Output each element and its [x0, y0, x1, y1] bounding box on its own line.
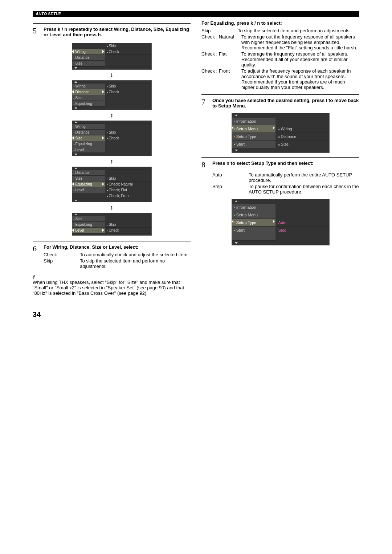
step-7: 7 Once you have selected the desired set…	[201, 98, 359, 109]
note-text: When using THX speakers, select "Skip" f…	[33, 280, 191, 296]
updown-arrow-icon: ↕	[110, 111, 113, 119]
step-number: 7	[201, 98, 212, 109]
step-number: 5	[33, 27, 44, 37]
page-number: 34	[33, 310, 191, 319]
setup-menu-screen-2: Information Setup Menu Setup TypeAuto St…	[232, 199, 330, 245]
step-8: 8 Press n to select Setup Type and then …	[201, 160, 359, 169]
equalizing-heading: For Equalizing, press k / n to select:	[201, 20, 359, 26]
setup-menu-screen-1: Information Setup MenuWiring Setup TypeD…	[232, 113, 330, 153]
note-symbol: y	[33, 273, 191, 279]
menu-screen-4: Distance SizeSkip EqualizingCheck; Natur…	[72, 167, 152, 202]
updown-arrow-icon: ↕	[110, 204, 113, 211]
menu-screen-3: Wiring DistanceSkip SizeCheck Equalizing…	[72, 121, 152, 156]
menu-sequence: Skip WiringCheck Distance Size ↓ WiringS…	[33, 43, 191, 236]
step-number: 8	[201, 160, 212, 169]
step-heading: For Wiring, Distance, Size or Level, sel…	[44, 244, 191, 250]
menu-screen-2: WiringSkip DistanceCheck Size Equalizing	[72, 80, 152, 110]
menu-screen-5: Size EqualizingSkip LevelCheck	[72, 213, 152, 236]
step-6: 6 For Wiring, Distance, Size or Level, s…	[33, 244, 191, 270]
menu-screen-1: Skip WiringCheck Distance Size	[72, 43, 152, 70]
down-arrow-icon: ↓	[110, 71, 113, 79]
step-text: Press n to select Setup Type and then se…	[212, 160, 359, 169]
step-5: 5 Press k / n repeatedly to select Wirin…	[33, 27, 191, 37]
step-text: Once you have selected the desired setti…	[212, 98, 359, 109]
section-header: AUTO SETUP	[33, 11, 359, 17]
step-number: 6	[33, 244, 44, 270]
updown-arrow-icon: ↕	[110, 158, 113, 165]
step-text: Press k / n repeatedly to select Wiring,…	[44, 27, 191, 37]
